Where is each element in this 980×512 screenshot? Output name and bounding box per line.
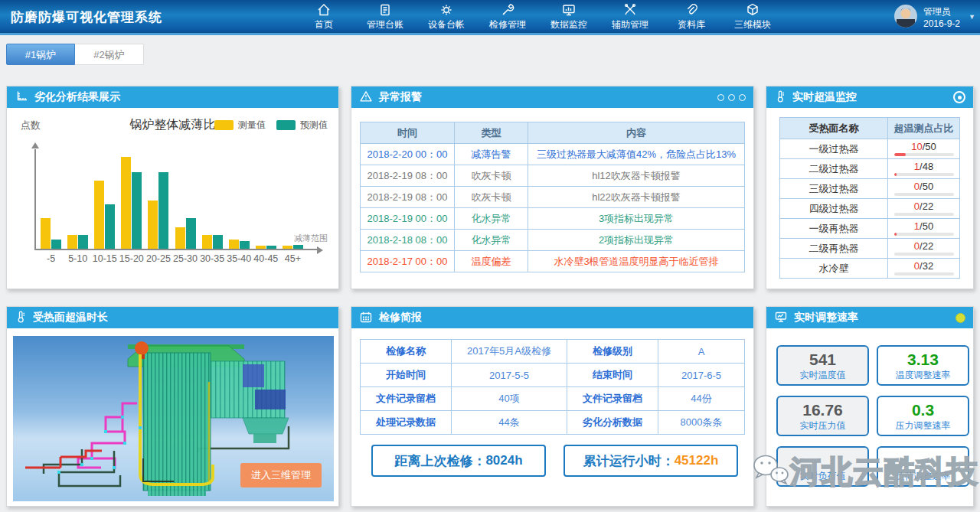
table-cell: 2018-2-19 08：00 [361,187,455,208]
nav-label: 辅助管理 [612,18,648,31]
alarm-row[interactable]: 2018-2-17 00：00温度偏差水冷壁3根管道温度明显高于临近管排 [361,251,745,272]
alarm-row[interactable]: 2018-2-19 00：00化水异常3项指标出现异常 [361,208,745,230]
nav-item-repair[interactable]: 检修管理 [477,0,538,33]
y-axis-arrow [31,142,39,148]
chart-bar [51,240,61,249]
rate-card: 实时负荷值 [776,446,869,487]
overtemp-row: 二级过热器1/48 [780,159,960,179]
table-cell: 时间 [361,122,455,144]
nav-item-assist[interactable]: 辅助管理 [599,0,661,33]
stat-value: 8024h [485,453,522,468]
maintenance-table: 检修名称2017年5月A级检修检修级别A开始时间2017-5-5结束时间2017… [360,339,745,435]
maintenance-row: 检修名称2017年5月A级检修检修级别A [361,340,745,364]
chevron-down-icon[interactable]: ▼ [969,13,975,21]
legend-item[interactable]: 测量值 [214,119,266,132]
legend-item[interactable]: 预测值 [276,119,328,132]
boiler-3d-view[interactable]: 进入三维管理 [13,336,334,501]
table-cell: 44条 [452,411,567,435]
table-cell: 2017-6-5 [658,364,745,387]
total-running-hours-box[interactable]: 累计运行小时：45122h [564,445,738,477]
table-cell: 检修名称 [361,340,452,364]
rate-value [878,452,968,470]
nav-item-3d-module[interactable]: 三维模块 [722,0,783,33]
nav-label: 设备台帐 [428,18,465,31]
nav-label: 管理台账 [367,18,403,31]
warning-icon [359,90,373,106]
chart-legend: 测量值预测值 [214,119,328,132]
chart-bar [293,245,303,249]
alarm-row[interactable]: 2018-2-20 00：00减薄告警三级过热器最大减薄值42%，危险点占比13… [361,144,745,165]
overtemp-value-cell: 1/50 [888,219,960,239]
nav-item-equipment[interactable]: 设备台帐 [416,0,477,33]
nav-label: 三维模块 [734,18,771,31]
rate-value: 3.13 [878,351,968,369]
maintenance-row: 开始时间2017-5-5结束时间2017-6-5 [361,364,745,387]
progress-track [894,272,954,276]
panel-degradation-analysis: 劣化分析结果展示 点数 锅炉整体减薄比 测量值预测值 -55-1010-1515… [6,86,339,289]
chart-bar [121,157,131,249]
overtemp-row: 水冷壁0/32 [780,259,960,279]
rate-card: 541实时温度值 [776,345,869,386]
chart-bar [67,235,77,249]
since-last-maintenance-box[interactable]: 距离上次检修：8024h [371,445,546,477]
home-icon [316,2,332,18]
alarm-row[interactable]: 2018-2-19 08：00吹灰卡顿hl22吹灰器卡顿报警 [361,187,745,208]
chart-bar [78,235,88,249]
nav-label: 资料库 [678,18,705,31]
overtemp-row: 三级过热器0/50 [780,179,960,199]
nav-item-library[interactable]: 资料库 [661,0,722,33]
x-axis-arrow [317,246,323,254]
table-cell: 2017-5-5 [452,364,567,387]
nav-item-home[interactable]: 首页 [293,0,354,33]
rate-card: 3.13温度调整速率 [877,345,969,386]
tab-boiler-1[interactable]: #1锅炉 [6,44,75,65]
alarm-row[interactable]: 2018-2-18 08：00化水异常2项指标出现异常 [361,230,745,251]
x-tick-label: 45+ [276,253,309,264]
rate-value: 16.76 [778,401,867,419]
tools-icon [622,2,638,18]
table-cell: 2018-2-17 00：00 [361,251,455,272]
table-cell: A [658,340,745,364]
rate-card: 0.3压力调整速率 [877,396,969,436]
alarm-row[interactable]: 2018-2-19 08：00吹灰卡顿hl12吹灰器卡顿报警 [361,165,745,187]
nav-item-ledger[interactable]: 管理台账 [354,0,416,33]
gear-icon [439,2,454,18]
progress-track [894,173,954,176]
chart-bar [202,235,212,249]
maintenance-row: 文件记录留档40项文件记录留档44份 [361,387,745,411]
repair-icon [500,2,515,18]
enter-3d-button[interactable]: 进入三维管理 [240,463,322,488]
rate-label: 压力调整速率 [878,419,968,432]
x-axis [34,249,317,250]
table-cell: 二级再热器 [780,239,888,259]
chart-bar [229,240,239,249]
panel-title: 检修简报 [379,311,422,324]
chart-bar [240,241,250,249]
user-name: 管理员 [923,5,960,18]
table-cell: 2项指标出现异常 [528,230,745,251]
nav-label: 检修管理 [489,18,526,31]
tab-boiler-2[interactable]: #2锅炉 [75,44,144,65]
panel-header: 实时调整速率 [766,307,973,328]
more-options-icon[interactable] [717,94,746,101]
panel-maintenance-brief: 检修简报 检修名称2017年5月A级检修检修级别A开始时间2017-5-5结束时… [351,306,754,507]
alarm-table: 时间类型内容2018-2-20 00：00减薄告警三级过热器最大减薄值42%，危… [360,122,745,272]
table-cell: 8000条条 [658,411,745,435]
ruler-icon [15,90,28,106]
panel-header: 实时超温监控 [766,86,973,108]
overtemp-row: 二级再热器0/22 [780,239,960,259]
nav-item-data-monitor[interactable]: 数据监控 [538,0,599,33]
panel-title: 实时超温监控 [792,90,857,104]
panel-header: 劣化分析结果展示 [7,86,338,108]
calendar-icon [359,310,373,326]
nav-label: 首页 [315,18,333,31]
table-cell: 四级过热器 [780,199,888,219]
user-menu[interactable]: 管理员 2016-9-2 [893,4,960,31]
table-cell: 水冷壁 [780,259,888,279]
progress-track [894,233,954,236]
table-cell: 一级过热器 [780,139,888,159]
stat-value: 45122h [675,453,719,468]
monitor-chart-icon [774,310,788,326]
table-cell: hl22吹灰器卡顿报警 [528,187,745,208]
overtemp-row: 一级再热器1/50 [780,219,960,239]
